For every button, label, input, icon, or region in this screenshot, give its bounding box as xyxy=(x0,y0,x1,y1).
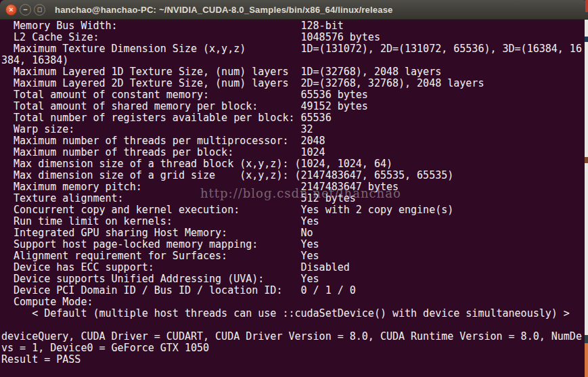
scrollbar-mark-brown xyxy=(585,157,588,163)
maximize-button[interactable]: ◻ xyxy=(34,4,45,16)
terminal-line: Run time limit on kernels: Yes xyxy=(1,216,588,227)
terminal-line: vs = 1, Device0 = GeForce GTX 1050 xyxy=(1,342,588,354)
terminal-line: Maximum number of threads per multiproce… xyxy=(1,135,588,147)
scrollbar-thumb[interactable] xyxy=(585,343,588,377)
terminal-line: Alignment requirement for Surfaces: Yes xyxy=(1,250,588,262)
terminal-line: Compute Mode: xyxy=(1,296,588,308)
terminal-line: Maximum Layered 1D Texture Size, (num) l… xyxy=(1,66,588,78)
terminal-line: Maximum Texture Dimension Size (x,y,z) 1… xyxy=(1,43,588,55)
minimize-button[interactable]: − xyxy=(20,4,31,16)
scrollbar-mark-top xyxy=(585,0,588,12)
terminal-line: Support host page-locked memory mapping:… xyxy=(1,239,588,250)
terminal-line: Memory Bus Width: 128-bit xyxy=(1,20,588,32)
terminal-window: × − ◻ hanchao@hanchao-PC: ~/NVIDIA_CUDA-… xyxy=(0,0,588,377)
terminal-line: deviceQuery, CUDA Driver = CUDART, CUDA … xyxy=(1,331,588,342)
terminal-line: Device supports Unified Addressing (UVA)… xyxy=(1,273,588,285)
close-button[interactable]: × xyxy=(5,4,17,16)
scrollbar-mark-teal xyxy=(585,335,588,343)
terminal-line: Max dimension size of a grid size (x,y,z… xyxy=(1,170,588,181)
terminal-line: 384, 16384) xyxy=(1,55,588,66)
window-controls: × − ◻ xyxy=(5,4,45,16)
window-title: hanchao@hanchao-PC: ~/NVIDIA_CUDA-8.0_Sa… xyxy=(55,5,393,15)
terminal-line: Result = PASS xyxy=(1,354,588,365)
terminal-line: < Default (multiple host threads can use… xyxy=(1,308,588,319)
terminal-line: Warp size: 32 xyxy=(1,124,588,135)
terminal-line: Total amount of constant memory: 65536 b… xyxy=(1,89,588,101)
terminal-line: Maximum number of threads per block: 102… xyxy=(1,147,588,158)
scrollbar-track[interactable] xyxy=(585,20,588,377)
terminal-line: Maximum memory pitch: 2147483647 bytes xyxy=(1,181,588,193)
shell-prompt[interactable]: hanchao@hanchao-PC : ~/NVIDIA_CUDA-8.0_S… xyxy=(1,365,588,377)
terminal-line: Total number of registers available per … xyxy=(1,112,588,124)
terminal-line: Integrated GPU sharing Host Memory: No xyxy=(1,227,588,239)
scrollbar-mark-navy xyxy=(585,37,588,42)
terminal-line: Device has ECC support: Disabled xyxy=(1,262,588,273)
terminal-line: Device PCI Domain ID / Bus ID / location… xyxy=(1,285,588,296)
terminal-line: Total amount of shared memory per block:… xyxy=(1,101,588,112)
terminal-line: Concurrent copy and kernel execution: Ye… xyxy=(1,204,588,216)
terminal-output[interactable]: Memory Bus Width: 128-bit L2 Cache Size:… xyxy=(0,20,588,377)
terminal-line: Max dimension size of a thread block (x,… xyxy=(1,158,588,170)
titlebar[interactable]: × − ◻ hanchao@hanchao-PC: ~/NVIDIA_CUDA-… xyxy=(0,0,588,20)
terminal-line: Texture alignment: 512 bytes xyxy=(1,193,588,204)
terminal-line: Maximum Layered 2D Texture Size, (num) l… xyxy=(1,78,588,89)
terminal-line xyxy=(1,319,588,331)
terminal-line: L2 Cache Size: 1048576 bytes xyxy=(1,32,588,43)
